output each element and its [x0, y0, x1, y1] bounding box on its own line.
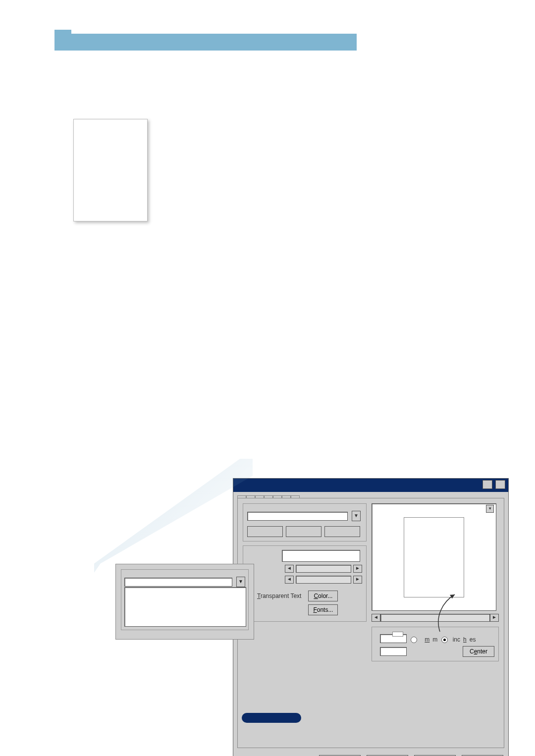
update-button[interactable]	[286, 526, 321, 537]
chk-firstpage[interactable]	[247, 610, 301, 617]
watermark-thumbnail	[73, 119, 148, 221]
angle-slider[interactable]: ◄ ►	[285, 576, 362, 584]
fonts-button[interactable]: Fonts...	[308, 604, 338, 615]
pos-y-input[interactable]	[380, 647, 407, 656]
brand-logo	[242, 713, 301, 723]
message-group: ▼	[243, 503, 367, 541]
preview-collapse-button[interactable]: ▾	[486, 505, 494, 513]
font-preview	[282, 550, 360, 562]
preview-minipage	[404, 517, 464, 597]
delete-button[interactable]	[324, 526, 360, 537]
unit-inches[interactable]: inches	[441, 636, 476, 643]
message-combo[interactable]	[247, 512, 348, 521]
dialog-help-button[interactable]	[482, 480, 492, 489]
message-combo-arrow[interactable]: ▼	[352, 511, 361, 521]
message-dropdown-callout: ▼	[115, 564, 254, 640]
msgpop-listbox[interactable]	[124, 587, 246, 627]
preview-window-callout	[392, 632, 403, 637]
chk-outline[interactable]	[247, 601, 301, 608]
zoom-callout-wedge	[94, 459, 253, 573]
angle-slider-left[interactable]: ◄	[285, 576, 294, 584]
msgpop-combo[interactable]	[124, 578, 232, 587]
preview-hscroll-right[interactable]: ►	[490, 614, 499, 622]
dialog-titlebar	[233, 479, 508, 492]
callout-arrow	[425, 590, 470, 634]
size-slider-right[interactable]: ►	[353, 565, 362, 573]
color-button[interactable]: Color...	[308, 591, 338, 601]
size-slider[interactable]: ◄ ►	[285, 565, 362, 573]
chk-transparent-label: Transparent Text	[257, 593, 301, 599]
dialog-footer-buttons	[233, 752, 508, 756]
page-title	[54, 34, 357, 51]
center-button[interactable]: Center	[463, 646, 494, 657]
angle-slider-right[interactable]: ►	[353, 576, 362, 584]
preview-hscroll-left[interactable]: ◄	[372, 614, 380, 622]
dialog-close-button[interactable]	[495, 480, 505, 489]
msgpop-combo-arrow[interactable]: ▼	[236, 577, 245, 587]
add-button[interactable]	[247, 526, 283, 537]
size-slider-left[interactable]: ◄	[285, 565, 294, 573]
chk-transparent[interactable]: Transparent Text	[247, 593, 301, 599]
unit-mm[interactable]: mm	[411, 636, 437, 643]
font-group: ◄ ► ◄ ►	[243, 545, 367, 622]
